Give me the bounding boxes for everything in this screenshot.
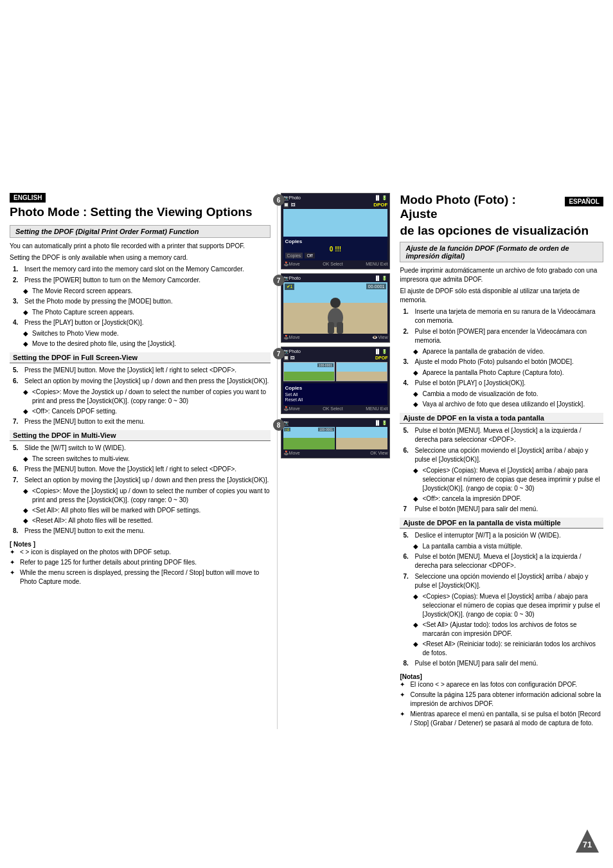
screen-7b-ok: OK Select	[323, 406, 343, 411]
step-7-multi: 7. Select an option by moving the [Joyst…	[13, 476, 271, 485]
thumb-1: 100-0001	[283, 362, 335, 381]
screen-6-photo-label: 📷Photo	[283, 195, 301, 201]
left-note2: ✦ Refer to page 125 for further details …	[10, 558, 271, 567]
right-step-2: 2. Pulse el botón [POWER] para encender …	[403, 327, 603, 345]
right-step-1-num: 1.	[403, 307, 412, 325]
screen-7a-topbar: 📷Photo ▐▌ 🔋	[283, 276, 388, 281]
screen-6-topbar: 📷Photo ▐▌ 🔋	[283, 195, 388, 201]
left-subsection-title: Setting the DPOF (Digital Print Order Fo…	[10, 225, 271, 238]
screen-7a-move: 🕹️Move	[283, 335, 300, 340]
svg-point-0	[330, 298, 341, 308]
screen-6-bottombar: 🕹️Move OK Select MENU Exit	[283, 262, 388, 267]
bullet-diamond: ◆	[23, 329, 30, 338]
right-step-7-multi-bullet1: ◆ <Copies> (Copias): Mueva el [Joystick]…	[413, 592, 603, 619]
right-step-4-num: 4.	[403, 379, 412, 388]
right-intro2: El ajuste de DPOF sólo está disponible a…	[400, 287, 603, 305]
note-diamond: ✦	[400, 691, 407, 709]
step-4-num: 4.	[13, 318, 22, 327]
left-steps-5-7-full: 5. Press the [MENU] button. Move the [Jo…	[10, 366, 271, 426]
step-3-text: Set the Photo mode by pressing the [MODE…	[24, 297, 271, 306]
left-note1: ✦ < > icon is displayed on the photos wi…	[10, 548, 271, 557]
screen-7a-container: 📷Photo ▐▌ 🔋 00-0001 ✔1	[281, 273, 391, 343]
person-silhouette	[319, 295, 351, 334]
screen-6-menu-items: Copies Off	[285, 253, 386, 258]
screen-7a-number: 7	[273, 275, 285, 286]
step-4-bullet1-text: Switches to Photo View mode.	[32, 329, 119, 338]
right-step-6-full: 6. Seleccione una opción moviendo el [Jo…	[403, 446, 603, 464]
right-header: Modo Photo (Foto) : Ajuste ESPAÑOL	[400, 193, 603, 221]
step-7-multi-bullet3: ◆ <Reset All>: All photo files will be r…	[23, 516, 271, 525]
bullet-diamond: ◆	[413, 494, 420, 503]
step-5-multi: 5. Slide the [W/T] switch to W (WIDE).	[13, 444, 271, 453]
right-step-7-multi: 7. Seleccione una opción moviendo el [Jo…	[403, 572, 603, 590]
right-step-5-multi-text: Deslice el interruptor [W/T] a la posici…	[414, 531, 603, 540]
bullet-diamond: ◆	[23, 308, 30, 317]
bullet-diamond: ◆	[413, 466, 420, 493]
right-step-1-text: Inserte una tarjeta de memoria en su ran…	[414, 307, 603, 325]
right-step-2-num: 2.	[403, 327, 412, 345]
step-5-multi-text: Slide the [W/T] switch to W (WIDE).	[24, 444, 271, 453]
step-7-multi-bullet2-text: <Set All>: All photo files will be marke…	[32, 506, 200, 515]
right-title-part2: de las opciones de visualización	[400, 224, 603, 238]
screen-6-container: 📷Photo ▐▌ 🔋 🔲 🖼 DPOF Copies	[281, 193, 391, 269]
step-7-full-num: 7.	[13, 417, 22, 426]
screen-7b-container: 📷Photo ▐▌ 🔋 🔲 🖼 DPOF 100-0001	[281, 347, 391, 414]
step-4-bullet1: ◆ Switches to Photo View mode.	[23, 329, 271, 338]
note-diamond: ✦	[10, 568, 17, 586]
right-note2: ✦ Consulte la página 125 para obtener in…	[400, 691, 603, 709]
screen-7a-photo: 📷Photo	[283, 276, 301, 281]
step-6-full-text: Select an option by moving the [Joystick…	[24, 377, 271, 386]
right-step-5-full: 5. Pulse el botón [MENU]. Mueva el [Joys…	[403, 426, 603, 444]
step-5-multi-bullet1-text: The screen switches to multi-view.	[32, 455, 130, 464]
step-5-multi-num: 5.	[13, 444, 22, 453]
screen-8-topbar: 📷 ▐▌ 🔋	[283, 420, 388, 426]
step-7-full-text: Press the [MENU] button to exit the menu…	[24, 417, 271, 426]
screen-7b-topbar: 📷Photo ▐▌ 🔋	[283, 349, 388, 354]
step-7-multi-bullet3-text: <Reset All>: All photo files will be res…	[32, 516, 153, 525]
step-3-num: 3.	[13, 297, 22, 306]
page: ENGLISH Photo Mode : Setting the Viewing…	[0, 0, 613, 868]
bullet-diamond: ◆	[23, 339, 30, 348]
step-6-full-bullet2-text: <Off>: Cancels DPOF setting.	[32, 407, 117, 416]
step-6-full: 6. Select an option by moving the [Joyst…	[13, 377, 271, 386]
right-step-6-full-bullet2: ◆ <Off>: cancela la impresión DPOF.	[413, 494, 603, 503]
left-note3-text: While the menu screen is displayed, pres…	[20, 568, 271, 586]
right-step-7-full: 7 Pulse el botón [MENU] para salir del m…	[403, 505, 603, 514]
step-6-multi-num: 6.	[13, 465, 22, 474]
right-step-6-full-bullet1: ◆ <Copies> (Copias): Mueva el [Joystick]…	[413, 466, 603, 493]
step-5-full-num: 5.	[13, 366, 22, 375]
screen-6-copies-value: 0 !!!	[285, 246, 386, 253]
screen-6-ok: OK Select	[323, 262, 343, 267]
right-step-4-bullet2: ◆ Vaya al archivo de foto que desea util…	[413, 400, 603, 409]
page-number-arrow: 71	[574, 828, 600, 854]
step-2-bullet1-text: The Movie Record screen appears.	[32, 287, 132, 296]
svg-rect-3	[337, 322, 343, 334]
step-8-multi-text: Press the [MENU] button to exit the menu…	[24, 527, 271, 536]
step-6-full-bullet1: ◆ <Copies>: Move the Joystick up / down …	[23, 388, 271, 406]
right-step-4-bullet1: ◆ Cambia a modo de visualización de foto…	[413, 390, 603, 399]
screen-7a-copy: ✔1	[285, 284, 295, 290]
screen-7a-bottombar: 🕹️Move 👁️View	[283, 335, 388, 340]
right-title-part1: Modo Photo (Foto) : Ajuste	[400, 193, 556, 221]
step-4: 4. Press the [PLAY] button or [Joystick(…	[13, 318, 271, 327]
bullet-diamond: ◆	[23, 287, 30, 296]
right-step-7-multi-num: 7.	[403, 572, 412, 590]
right-notes-title: [Notas]	[400, 673, 603, 680]
step-6-full-num: 6.	[13, 377, 22, 386]
top-blank-area	[0, 0, 613, 193]
note-diamond: ✦	[400, 680, 407, 689]
screen-7a-counter: 00-0001	[366, 284, 387, 289]
bullet-diamond: ◆	[23, 455, 30, 464]
right-note3: ✦ Mientras aparece el menú en pantalla, …	[400, 710, 603, 728]
right-step-6-multi-text: Pulse el botón [MENU]. Mueva el [Joystic…	[414, 552, 603, 570]
bullet-diamond: ◆	[23, 516, 30, 525]
right-step-4-bullet2-text: Vaya al archivo de foto que desea utiliz…	[422, 400, 585, 409]
right-step-5-multi: 5. Deslice el interruptor [W/T] a la pos…	[403, 531, 603, 540]
step-7-multi-bullet1: ◆ <Copies>: Move the [Joystick] up / dow…	[23, 487, 271, 505]
right-step-7-multi-bullet1-text: <Copies> (Copias): Mueva el [Joystick] a…	[422, 592, 603, 619]
step-5-multi-bullet1: ◆ The screen switches to multi-view.	[23, 455, 271, 464]
left-note2-text: Refer to page 125 for further details ab…	[20, 558, 197, 567]
screen-6-menu-off: Off	[305, 253, 314, 258]
step-4-bullet2: ◆ Move to the desired photo file, using …	[23, 339, 271, 348]
right-step-3: 3. Ajuste el modo Photo (Foto) pulsando …	[403, 357, 603, 366]
